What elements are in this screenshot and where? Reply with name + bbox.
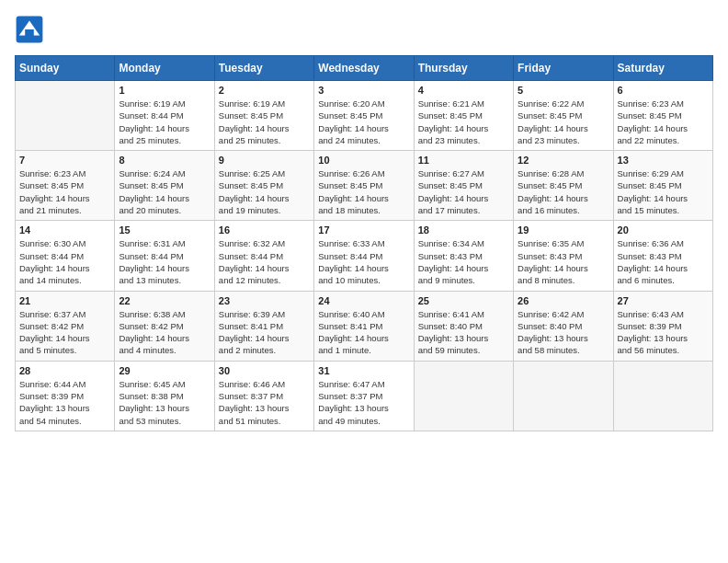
calendar-cell: 9Sunrise: 6:25 AM Sunset: 8:45 PM Daylig…: [214, 151, 313, 221]
day-number: 18: [418, 224, 509, 236]
calendar-cell: 27Sunrise: 6:43 AM Sunset: 8:39 PM Dayli…: [613, 291, 712, 361]
day-info: Sunrise: 6:20 AM Sunset: 8:45 PM Dayligh…: [318, 98, 409, 146]
day-number: 6: [618, 85, 709, 96]
day-info: Sunrise: 6:23 AM Sunset: 8:45 PM Dayligh…: [19, 167, 110, 216]
day-info: Sunrise: 6:22 AM Sunset: 8:45 PM Dayligh…: [518, 98, 609, 146]
day-number: 4: [418, 85, 509, 96]
calendar-cell: 6Sunrise: 6:23 AM Sunset: 8:45 PM Daylig…: [613, 81, 712, 151]
day-info: Sunrise: 6:31 AM Sunset: 8:44 PM Dayligh…: [119, 237, 210, 286]
calendar-cell: 26Sunrise: 6:42 AM Sunset: 8:40 PM Dayli…: [514, 291, 613, 361]
day-number: 12: [518, 155, 609, 166]
day-info: Sunrise: 6:34 AM Sunset: 8:43 PM Dayligh…: [418, 237, 509, 286]
day-info: Sunrise: 6:38 AM Sunset: 8:42 PM Dayligh…: [119, 308, 210, 357]
day-number: 28: [19, 365, 110, 376]
calendar-cell: 22Sunrise: 6:38 AM Sunset: 8:42 PM Dayli…: [115, 291, 214, 361]
day-number: 23: [219, 295, 310, 306]
header-cell-thursday: Thursday: [414, 56, 513, 81]
calendar-cell: 10Sunrise: 6:26 AM Sunset: 8:45 PM Dayli…: [314, 151, 414, 221]
calendar-cell: 2Sunrise: 6:19 AM Sunset: 8:45 PM Daylig…: [214, 81, 313, 151]
day-info: Sunrise: 6:40 AM Sunset: 8:41 PM Dayligh…: [318, 308, 409, 357]
calendar-cell: 15Sunrise: 6:31 AM Sunset: 8:44 PM Dayli…: [115, 221, 214, 291]
day-info: Sunrise: 6:37 AM Sunset: 8:42 PM Dayligh…: [19, 308, 110, 357]
logo: [15, 15, 48, 44]
day-number: 13: [618, 155, 709, 166]
calendar-cell: 16Sunrise: 6:32 AM Sunset: 8:44 PM Dayli…: [214, 221, 313, 291]
day-info: Sunrise: 6:47 AM Sunset: 8:37 PM Dayligh…: [318, 378, 409, 427]
day-info: Sunrise: 6:35 AM Sunset: 8:43 PM Dayligh…: [518, 237, 609, 286]
calendar-cell: 20Sunrise: 6:36 AM Sunset: 8:43 PM Dayli…: [613, 221, 712, 291]
calendar-cell: 30Sunrise: 6:46 AM Sunset: 8:37 PM Dayli…: [214, 361, 313, 431]
calendar-cell: [514, 361, 613, 431]
day-info: Sunrise: 6:43 AM Sunset: 8:39 PM Dayligh…: [618, 308, 709, 357]
calendar-cell: 24Sunrise: 6:40 AM Sunset: 8:41 PM Dayli…: [314, 291, 414, 361]
day-number: 29: [119, 365, 210, 376]
calendar-header: SundayMondayTuesdayWednesdayThursdayFrid…: [16, 56, 713, 81]
day-number: 8: [119, 155, 210, 166]
calendar-week-3: 14Sunrise: 6:30 AM Sunset: 8:44 PM Dayli…: [16, 221, 713, 291]
calendar-table: SundayMondayTuesdayWednesdayThursdayFrid…: [15, 55, 713, 431]
day-number: 25: [418, 295, 509, 306]
day-number: 2: [219, 85, 310, 96]
header-cell-saturday: Saturday: [613, 56, 712, 81]
calendar-cell: 3Sunrise: 6:20 AM Sunset: 8:45 PM Daylig…: [314, 81, 414, 151]
day-info: Sunrise: 6:42 AM Sunset: 8:40 PM Dayligh…: [518, 308, 609, 357]
day-number: 16: [219, 224, 310, 236]
day-info: Sunrise: 6:27 AM Sunset: 8:45 PM Dayligh…: [418, 167, 509, 216]
calendar-cell: 17Sunrise: 6:33 AM Sunset: 8:44 PM Dayli…: [314, 221, 414, 291]
day-number: 7: [19, 155, 110, 166]
calendar-cell: 29Sunrise: 6:45 AM Sunset: 8:38 PM Dayli…: [115, 361, 214, 431]
day-info: Sunrise: 6:45 AM Sunset: 8:38 PM Dayligh…: [119, 378, 210, 427]
header-cell-sunday: Sunday: [16, 56, 115, 81]
day-number: 24: [318, 295, 409, 306]
day-number: 20: [618, 224, 709, 236]
calendar-body: 1Sunrise: 6:19 AM Sunset: 8:44 PM Daylig…: [16, 81, 713, 431]
day-info: Sunrise: 6:29 AM Sunset: 8:45 PM Dayligh…: [618, 167, 709, 216]
header-cell-friday: Friday: [514, 56, 613, 81]
page-header: [15, 15, 713, 44]
day-info: Sunrise: 6:30 AM Sunset: 8:44 PM Dayligh…: [19, 237, 110, 286]
day-info: Sunrise: 6:46 AM Sunset: 8:37 PM Dayligh…: [219, 378, 310, 427]
day-info: Sunrise: 6:32 AM Sunset: 8:44 PM Dayligh…: [219, 237, 310, 286]
calendar-week-2: 7Sunrise: 6:23 AM Sunset: 8:45 PM Daylig…: [16, 151, 713, 221]
calendar-cell: 12Sunrise: 6:28 AM Sunset: 8:45 PM Dayli…: [514, 151, 613, 221]
day-info: Sunrise: 6:23 AM Sunset: 8:45 PM Dayligh…: [618, 98, 709, 146]
day-info: Sunrise: 6:28 AM Sunset: 8:45 PM Dayligh…: [518, 167, 609, 216]
day-number: 9: [219, 155, 310, 166]
calendar-cell: 13Sunrise: 6:29 AM Sunset: 8:45 PM Dayli…: [613, 151, 712, 221]
day-info: Sunrise: 6:25 AM Sunset: 8:45 PM Dayligh…: [219, 167, 310, 216]
calendar-cell: 14Sunrise: 6:30 AM Sunset: 8:44 PM Dayli…: [16, 221, 115, 291]
calendar-cell: 5Sunrise: 6:22 AM Sunset: 8:45 PM Daylig…: [514, 81, 613, 151]
calendar-cell: 18Sunrise: 6:34 AM Sunset: 8:43 PM Dayli…: [414, 221, 513, 291]
calendar-week-4: 21Sunrise: 6:37 AM Sunset: 8:42 PM Dayli…: [16, 291, 713, 361]
day-info: Sunrise: 6:44 AM Sunset: 8:39 PM Dayligh…: [19, 378, 110, 427]
day-info: Sunrise: 6:19 AM Sunset: 8:45 PM Dayligh…: [219, 98, 310, 146]
day-info: Sunrise: 6:39 AM Sunset: 8:41 PM Dayligh…: [219, 308, 310, 357]
day-number: 11: [418, 155, 509, 166]
calendar-cell: [414, 361, 513, 431]
calendar-week-1: 1Sunrise: 6:19 AM Sunset: 8:44 PM Daylig…: [16, 81, 713, 151]
calendar-cell: 1Sunrise: 6:19 AM Sunset: 8:44 PM Daylig…: [115, 81, 214, 151]
day-info: Sunrise: 6:24 AM Sunset: 8:45 PM Dayligh…: [119, 167, 210, 216]
calendar-cell: 28Sunrise: 6:44 AM Sunset: 8:39 PM Dayli…: [16, 361, 115, 431]
day-info: Sunrise: 6:26 AM Sunset: 8:45 PM Dayligh…: [318, 167, 409, 216]
calendar-cell: 19Sunrise: 6:35 AM Sunset: 8:43 PM Dayli…: [514, 221, 613, 291]
svg-rect-2: [25, 29, 34, 37]
day-info: Sunrise: 6:19 AM Sunset: 8:44 PM Dayligh…: [119, 98, 210, 146]
day-number: 21: [19, 295, 110, 306]
day-number: 17: [318, 224, 409, 236]
day-number: 15: [119, 224, 210, 236]
day-number: 22: [119, 295, 210, 306]
calendar-cell: [613, 361, 712, 431]
calendar-cell: 31Sunrise: 6:47 AM Sunset: 8:37 PM Dayli…: [314, 361, 414, 431]
calendar-cell: [16, 81, 115, 151]
calendar-cell: 7Sunrise: 6:23 AM Sunset: 8:45 PM Daylig…: [16, 151, 115, 221]
day-number: 10: [318, 155, 409, 166]
calendar-cell: 21Sunrise: 6:37 AM Sunset: 8:42 PM Dayli…: [16, 291, 115, 361]
day-info: Sunrise: 6:41 AM Sunset: 8:40 PM Dayligh…: [418, 308, 509, 357]
calendar-cell: 23Sunrise: 6:39 AM Sunset: 8:41 PM Dayli…: [214, 291, 313, 361]
calendar-cell: 25Sunrise: 6:41 AM Sunset: 8:40 PM Dayli…: [414, 291, 513, 361]
day-number: 1: [119, 85, 210, 96]
day-number: 30: [219, 365, 310, 376]
logo-icon: [15, 15, 44, 44]
calendar-cell: 8Sunrise: 6:24 AM Sunset: 8:45 PM Daylig…: [115, 151, 214, 221]
